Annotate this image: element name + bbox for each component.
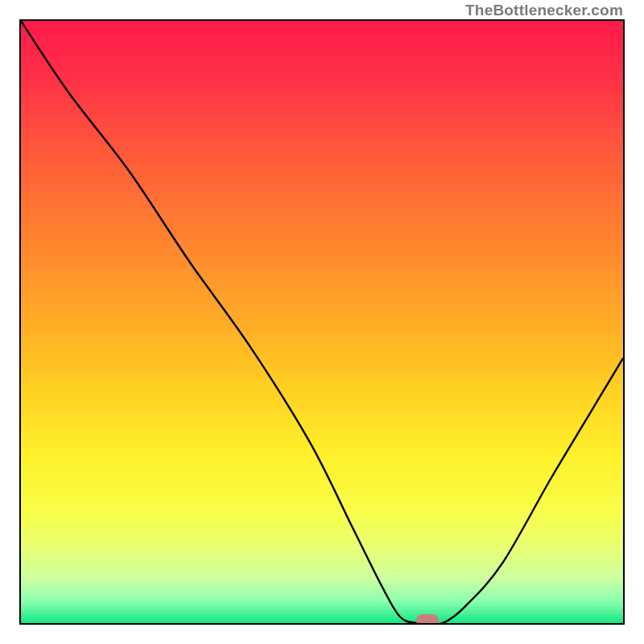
curve-layer (21, 21, 623, 623)
bottleneck-curve-path (21, 21, 623, 623)
attribution-label: TheBottlenecker.com (465, 2, 623, 19)
optimal-point-marker (416, 614, 439, 625)
plot-area (19, 19, 625, 625)
bottleneck-chart: TheBottlenecker.com (0, 0, 644, 644)
